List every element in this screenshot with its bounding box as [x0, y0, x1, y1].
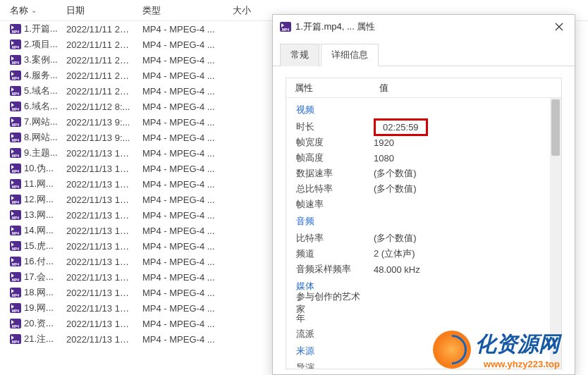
cell-name: 20.资...: [4, 317, 61, 330]
prop-frame-rate[interactable]: 帧速率: [286, 197, 561, 212]
section-audio: 音频: [286, 212, 561, 230]
cell-date: 2022/11/11 21...: [61, 70, 137, 81]
cell-type: MP4 - MPEG-4 ...: [137, 241, 227, 252]
cell-date: 2022/11/11 21...: [61, 39, 137, 50]
column-date[interactable]: 日期: [61, 4, 137, 17]
cell-name: 21.注...: [4, 333, 61, 345]
cell-name: 6.域名...: [4, 100, 61, 113]
scrollbar-thumb[interactable]: [551, 99, 560, 156]
header-property[interactable]: 属性: [286, 82, 371, 94]
cell-type: MP4 - MPEG-4 ...: [137, 24, 227, 35]
prop-channels[interactable]: 频道2 (立体声): [286, 246, 561, 262]
prop-year[interactable]: 年: [286, 311, 561, 326]
mp4-file-icon: [10, 117, 21, 127]
dialog-tabs: 常规 详细信息: [273, 39, 575, 66]
cell-type: MP4 - MPEG-4 ...: [137, 226, 227, 236]
cell-date: 2022/11/13 15...: [61, 272, 137, 283]
cell-date: 2022/11/13 17...: [61, 334, 137, 345]
prop-total-bitrate[interactable]: 总比特率(多个数值): [286, 181, 561, 197]
mp4-file-icon: [10, 210, 21, 220]
cell-date: 2022/11/13 15...: [61, 241, 137, 252]
prop-director[interactable]: 导演: [286, 360, 561, 369]
sort-arrow-icon: ⌄: [31, 6, 37, 14]
cell-name: 14.网...: [4, 224, 61, 237]
cell-date: 2022/11/13 10...: [61, 148, 137, 159]
cell-date: 2022/11/13 9:...: [61, 133, 137, 143]
cell-name: 12.网...: [4, 193, 61, 206]
mp4-file-icon: [10, 334, 21, 344]
cell-type: MP4 - MPEG-4 ...: [137, 164, 227, 174]
cell-type: MP4 - MPEG-4 ...: [137, 55, 227, 66]
details-panel-inner: 属性 值 视频 时长02:25:59 帧宽度1920 帧高度1080 数据速率(…: [286, 78, 562, 369]
mp4-file-icon: [10, 319, 21, 328]
cell-name: 16.付...: [4, 255, 61, 268]
mp4-file-icon: [10, 70, 21, 80]
cell-date: 2022/11/11 21...: [61, 55, 137, 66]
cell-date: 2022/11/13 14...: [61, 226, 137, 236]
mp4-file-icon: [280, 22, 291, 32]
cell-type: MP4 - MPEG-4 ...: [137, 303, 227, 314]
close-button[interactable]: [544, 15, 575, 39]
cell-name: 19.网...: [4, 302, 61, 314]
prop-frame-width[interactable]: 帧宽度1920: [286, 135, 561, 150]
prop-duration[interactable]: 时长02:25:59: [286, 119, 561, 135]
prop-frame-height[interactable]: 帧高度1080: [286, 150, 561, 166]
prop-bit-rate[interactable]: 比特率(多个数值): [286, 230, 561, 246]
cell-type: MP4 - MPEG-4 ...: [137, 272, 227, 283]
column-name[interactable]: 名称⌄: [4, 4, 61, 17]
mp4-file-icon: [10, 303, 21, 313]
tab-general[interactable]: 常规: [280, 44, 319, 66]
cell-name: 10.伪...: [4, 162, 61, 175]
mp4-file-icon: [10, 179, 21, 189]
cell-date: 2022/11/13 17...: [61, 319, 137, 329]
cell-type: MP4 - MPEG-4 ...: [137, 70, 227, 81]
cell-name: 7.网站...: [4, 116, 61, 128]
cell-type: MP4 - MPEG-4 ...: [137, 334, 227, 345]
cell-name: 17.会...: [4, 271, 61, 283]
cell-type: MP4 - MPEG-4 ...: [137, 288, 227, 298]
cell-type: MP4 - MPEG-4 ...: [137, 148, 227, 159]
cell-date: 2022/11/13 16...: [61, 288, 137, 298]
vertical-scrollbar[interactable]: [550, 98, 561, 369]
cell-date: 2022/11/13 9:...: [61, 117, 137, 128]
properties-dialog: 1.开篇.mp4, ... 属性 常规 详细信息 属性 值 视频 时长02:25…: [272, 14, 575, 375]
details-panel: 属性 值 视频 时长02:25:59 帧宽度1920 帧高度1080 数据速率(…: [273, 66, 575, 369]
cell-type: MP4 - MPEG-4 ...: [137, 179, 227, 190]
header-value[interactable]: 值: [371, 82, 561, 94]
dialog-title: 1.开篇.mp4, ... 属性: [295, 20, 544, 33]
dialog-titlebar[interactable]: 1.开篇.mp4, ... 属性: [273, 15, 575, 39]
mp4-file-icon: [10, 39, 21, 49]
cell-type: MP4 - MPEG-4 ...: [137, 39, 227, 50]
cell-name: 2.项目...: [4, 38, 61, 51]
cell-type: MP4 - MPEG-4 ...: [137, 257, 227, 267]
mp4-file-icon: [10, 241, 21, 251]
cell-type: MP4 - MPEG-4 ...: [137, 133, 227, 143]
cell-date: 2022/11/13 15...: [61, 257, 137, 267]
tab-details[interactable]: 详细信息: [321, 44, 379, 66]
cell-date: 2022/11/11 22...: [61, 86, 137, 97]
cell-type: MP4 - MPEG-4 ...: [137, 210, 227, 221]
mp4-file-icon: [10, 164, 21, 173]
mp4-file-icon: [10, 133, 21, 142]
prop-sample-rate[interactable]: 音频采样频率48.000 kHz: [286, 262, 561, 277]
cell-date: 2022/11/13 10...: [61, 179, 137, 190]
section-video: 视频: [286, 101, 561, 119]
prop-body: 视频 时长02:25:59 帧宽度1920 帧高度1080 数据速率(多个数值)…: [286, 98, 561, 369]
mp4-file-icon: [10, 257, 21, 266]
mp4-file-icon: [10, 272, 21, 282]
cell-type: MP4 - MPEG-4 ...: [137, 195, 227, 205]
prop-genre[interactable]: 流派: [286, 326, 561, 342]
cell-name: 13.网...: [4, 209, 61, 221]
cell-name: 1.开篇...: [4, 23, 61, 35]
mp4-file-icon: [10, 102, 21, 111]
duration-highlight: 02:25:59: [374, 118, 428, 136]
cell-date: 2022/11/13 16...: [61, 303, 137, 314]
cell-date: 2022/11/12 8:...: [61, 102, 137, 112]
prop-data-rate[interactable]: 数据速率(多个数值): [286, 166, 561, 181]
section-source: 来源: [286, 342, 561, 360]
prop-artists[interactable]: 参与创作的艺术家: [286, 295, 561, 311]
cell-type: MP4 - MPEG-4 ...: [137, 102, 227, 112]
cell-name: 11.网...: [4, 178, 61, 190]
cell-name: 9.主题...: [4, 147, 61, 159]
column-type[interactable]: 类型: [137, 4, 227, 17]
